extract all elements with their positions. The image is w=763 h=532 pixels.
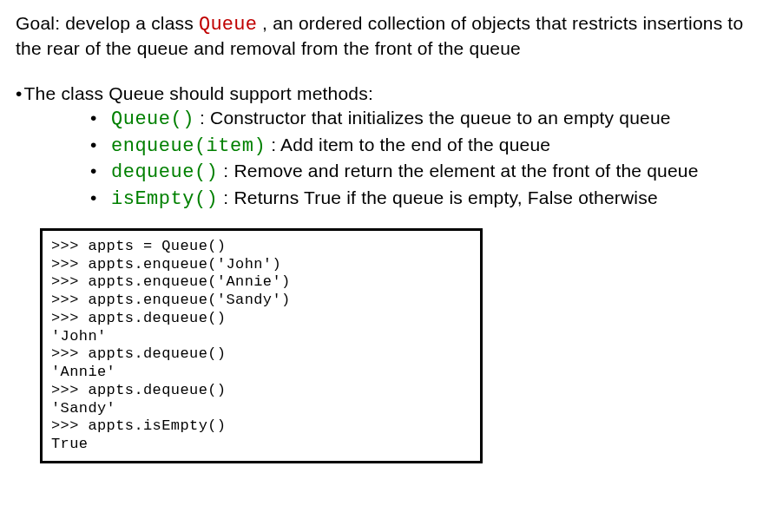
method-desc-dequeue: Remove and return the element at the fro… <box>234 161 698 181</box>
method-item-queue: Queue() : Constructor that initializes t… <box>90 107 747 132</box>
methods-intro: The class Queue should support methods: <box>16 82 747 105</box>
goal-paragraph: Goal: develop a class Queue , an ordered… <box>16 12 747 60</box>
method-sig-queue: Queue() <box>111 108 194 130</box>
code-example-box: >>> appts = Queue() >>> appts.enqueue('J… <box>40 228 483 463</box>
method-item-dequeue: dequeue() : Remove and return the elemen… <box>90 160 747 185</box>
class-name-queue: Queue <box>199 14 257 36</box>
method-item-isempty: isEmpty() : Returns True if the queue is… <box>90 187 747 212</box>
goal-prefix: Goal: develop a class <box>16 13 199 33</box>
method-sep: : <box>194 108 210 128</box>
method-sig-isempty: isEmpty() <box>111 188 218 210</box>
method-sep: : <box>266 135 280 154</box>
method-desc-queue: Constructor that initializes the queue t… <box>210 108 671 128</box>
method-sep: : <box>218 187 234 207</box>
methods-list: Queue() : Constructor that initializes t… <box>16 107 747 211</box>
method-sep: : <box>218 161 234 181</box>
method-sig-enqueue: enqueue(item) <box>111 135 266 157</box>
method-desc-enqueue: Add item to the end of the queue <box>280 135 550 154</box>
method-item-enqueue: enqueue(item) : Add item to the end of t… <box>90 134 747 159</box>
method-desc-isempty: Returns True if the queue is empty, Fals… <box>234 187 657 207</box>
method-sig-dequeue: dequeue() <box>111 161 218 183</box>
code-example: >>> appts = Queue() >>> appts.enqueue('J… <box>51 238 471 454</box>
